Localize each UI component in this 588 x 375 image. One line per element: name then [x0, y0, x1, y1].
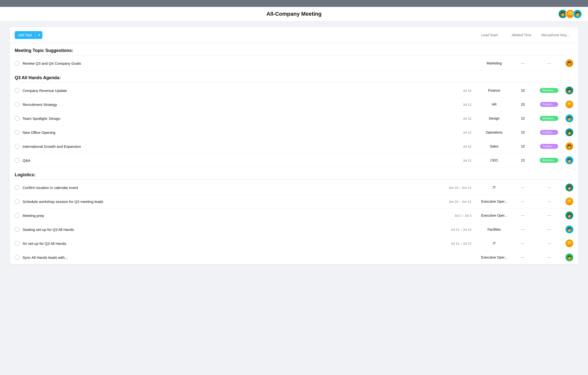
task-allotted-time: —	[513, 241, 533, 246]
task-avatar: 🧑	[565, 156, 573, 164]
task-team: Marketing	[478, 61, 510, 65]
task-checkbox[interactable]	[15, 61, 20, 66]
wireless-badge[interactable]: Wireless...	[540, 158, 558, 163]
task-allotted-time: —	[513, 185, 533, 190]
task-name: Q&A	[23, 158, 445, 162]
task-row: Meeting prepJul 1 – Jul 3Executive Oper.…	[15, 209, 573, 223]
task-allotted-time: 10	[513, 88, 533, 92]
task-microphone: —	[536, 227, 563, 232]
section-divider-2	[15, 179, 573, 180]
task-avatar: 👩	[565, 184, 573, 191]
task-allotted-time: —	[513, 61, 533, 65]
task-name: Meeting prep	[23, 213, 445, 218]
header: All-Company Meeting 👩👱🧑	[0, 7, 588, 21]
wireless-badge[interactable]: Wireless...	[540, 116, 558, 121]
task-team: HR	[478, 102, 510, 106]
task-date: Jul 11 – Jul 12	[448, 228, 475, 231]
task-team: IT	[478, 186, 510, 189]
task-date: Jul 11 – Jul 12	[448, 242, 475, 245]
task-avatar: 👩	[565, 253, 573, 261]
task-avatar: 👱	[565, 198, 573, 205]
task-row: Review Q3 and Q4 Company GoalsMarketing—…	[15, 56, 573, 70]
wireless-badge[interactable]: Wireless...	[540, 88, 558, 93]
task-allotted-time: 15	[513, 144, 533, 148]
task-checkbox[interactable]	[15, 213, 20, 218]
task-team: Executive Oper...	[478, 255, 510, 259]
task-microphone[interactable]: Wireless...	[536, 116, 563, 121]
top-bar	[0, 0, 588, 7]
task-avatar: 👱	[565, 100, 573, 108]
task-microphone[interactable]: Podium ...	[536, 144, 563, 149]
task-checkbox[interactable]	[15, 241, 20, 246]
task-avatar: 👩	[565, 142, 573, 150]
task-name: AV set-up for Q3 All Hands	[23, 241, 445, 246]
task-checkbox[interactable]	[15, 88, 20, 93]
task-microphone[interactable]: Podium ...	[536, 102, 563, 107]
task-row: International Growth and ExpansionJul 12…	[15, 139, 573, 153]
add-task-button[interactable]: Add Task ▾	[15, 31, 42, 39]
task-microphone[interactable]: Podium ...	[536, 130, 563, 135]
task-name: Recruitment Strategy	[23, 102, 445, 107]
task-checkbox[interactable]	[15, 102, 20, 107]
task-row: Recruitment StrategyJul 12HR20Podium ...…	[15, 98, 573, 112]
header-avatar-2: 🧑	[573, 9, 582, 19]
task-name: Schedule workshop session for Q3 meeting…	[23, 200, 445, 204]
task-row: Schedule workshop session for Q3 meeting…	[15, 195, 573, 209]
col-lead-team: Lead Team	[474, 33, 506, 37]
task-checkbox[interactable]	[15, 255, 20, 260]
task-checkbox[interactable]	[15, 130, 20, 135]
task-checkbox[interactable]	[15, 144, 20, 149]
task-date: Jul 12	[448, 131, 475, 134]
task-row: New Office OpeningJul 12Operations15Podi…	[15, 125, 573, 139]
task-allotted-time: —	[513, 227, 533, 232]
task-avatar: 🧑	[565, 225, 573, 233]
task-name: Review Q3 and Q4 Company Goals	[23, 61, 445, 65]
task-allotted-time: —	[513, 255, 533, 260]
task-checkbox[interactable]	[15, 185, 20, 190]
column-headers: Lead Team Allotted Time Microphone Req..…	[474, 33, 573, 37]
section-divider-0	[15, 55, 573, 55]
task-name: Sync All Hands leads with...	[23, 255, 445, 260]
task-name: Confirm location in calendar event	[23, 186, 445, 190]
task-allotted-time: 15	[513, 116, 533, 120]
task-microphone: —	[536, 213, 563, 218]
task-checkbox[interactable]	[15, 227, 20, 232]
section-title-0: Meeting Topic Suggestions:	[15, 48, 73, 53]
task-name: Team Spotlight: Design	[23, 116, 445, 121]
task-name: New Office Opening	[23, 130, 445, 135]
task-team: IT	[478, 241, 510, 245]
task-team: Sales	[478, 144, 510, 148]
podium-badge[interactable]: Podium ...	[540, 144, 558, 149]
add-task-label[interactable]: Add Task	[15, 31, 36, 39]
section-header-0: Meeting Topic Suggestions:	[15, 43, 573, 55]
task-microphone[interactable]: Wireless...	[536, 158, 563, 163]
podium-badge[interactable]: Podium ...	[540, 102, 558, 107]
task-date: Jul 12	[448, 89, 475, 92]
task-date: Jun 10 – Jun 11	[448, 200, 475, 203]
task-name: Company Revenue Update	[23, 88, 445, 93]
task-allotted-time: —	[513, 199, 533, 204]
task-allotted-time: —	[513, 213, 533, 218]
task-avatar: 👩	[565, 212, 573, 219]
task-date: Jul 12	[448, 159, 475, 162]
page-title: All-Company Meeting	[0, 11, 588, 17]
task-microphone: —	[536, 61, 563, 65]
task-checkbox[interactable]	[15, 158, 20, 163]
task-avatar: 🧑	[565, 114, 573, 122]
task-date: Jul 12	[448, 145, 475, 148]
task-avatar: 🧑	[565, 87, 573, 94]
task-team: CEO	[478, 158, 510, 162]
task-name: International Growth and Expansion	[23, 144, 445, 149]
task-microphone: —	[536, 185, 563, 190]
task-row: Confirm location in calendar eventJun 10…	[15, 181, 573, 195]
task-allotted-time: 20	[513, 102, 533, 106]
task-checkbox[interactable]	[15, 116, 20, 121]
podium-badge[interactable]: Podium ...	[540, 130, 558, 135]
add-task-dropdown-icon[interactable]: ▾	[36, 31, 42, 39]
task-checkbox[interactable]	[15, 199, 20, 204]
task-row: Seating set-up for Q3 All HandsJul 11 – …	[15, 223, 573, 237]
section-title-2: Logistics:	[15, 172, 36, 177]
task-microphone[interactable]: Wireless...	[536, 88, 563, 93]
task-row: Company Revenue UpdateJul 12Finance10Wir…	[15, 84, 573, 98]
task-allotted-time: 15	[513, 158, 533, 162]
